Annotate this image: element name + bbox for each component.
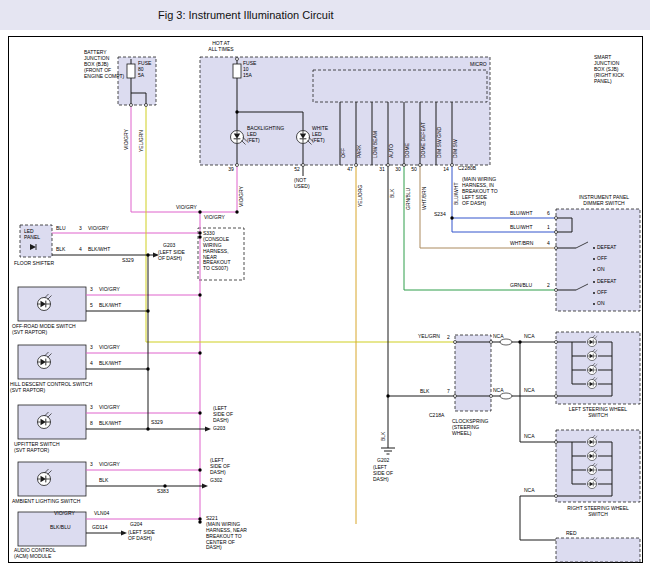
hill-descent-switch-box: [18, 345, 86, 379]
right-steering-wheel-switch-box: [556, 430, 640, 502]
bjb-fuse-symbol: [127, 64, 135, 78]
lower-component-box: [556, 538, 640, 562]
wiring-diagram-page: Fig 3: Instrument Illumination Circuit: [0, 0, 650, 569]
upfitter-switch-box: [18, 405, 86, 439]
audio-control-module-box: [18, 512, 86, 546]
offroad-mode-switch-box: [18, 287, 86, 321]
battery-junction-box: [118, 57, 156, 105]
ambient-lighting-switch-box: [18, 462, 86, 496]
dimmer-switch-box: [556, 209, 640, 311]
left-steering-wheel-switch-box: [556, 332, 640, 404]
circuit-diagram-canvas: [0, 0, 650, 569]
micro-box: [313, 70, 487, 102]
sjb-fuse-symbol: [233, 64, 241, 78]
led-panel-box: [20, 225, 52, 257]
inline-connector-icon: [500, 393, 512, 399]
clockspring-box: [455, 335, 491, 411]
inline-connector-icon: [500, 339, 512, 345]
